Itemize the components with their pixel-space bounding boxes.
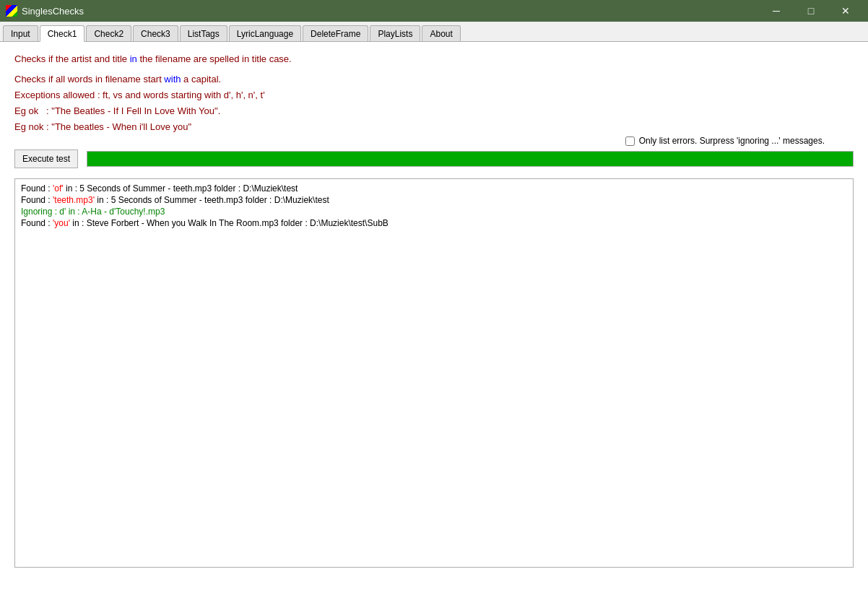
main-content: Checks if the artist and title in the fi… — [0, 42, 868, 590]
output-box[interactable]: Found : 'of' in : 5 Seconds of Summer - … — [14, 178, 854, 568]
tab-about[interactable]: About — [422, 25, 460, 41]
execute-test-button[interactable]: Execute test — [14, 149, 78, 168]
app-icon — [6, 5, 17, 17]
progress-bar-container — [87, 151, 854, 167]
desc-line1: Checks if the artist and title in the fi… — [14, 53, 854, 64]
with-span: with — [164, 74, 181, 84]
tabbar: Input Check1 Check2 Check3 ListTags Lyri… — [0, 22, 868, 42]
desc-details: Checks if all words in filename start wi… — [14, 71, 854, 135]
progress-bar-fill — [87, 152, 853, 166]
titlebar-controls: ─ □ ✕ — [760, 0, 862, 22]
tab-playlists[interactable]: PlayLists — [370, 25, 420, 41]
output-line-3: Ignoring : d' in : A-Ha - d'Touchy!.mp3 — [21, 207, 847, 217]
titlebar-title: SinglesChecks — [22, 6, 84, 17]
tab-check1[interactable]: Check1 — [40, 25, 85, 42]
tab-lyriclanguage[interactable]: LyricLanguage — [229, 25, 301, 41]
output-line-1: Found : 'of' in : 5 Seconds of Summer - … — [21, 183, 847, 194]
tab-input[interactable]: Input — [3, 25, 38, 41]
titlebar: SinglesChecks ─ □ ✕ — [0, 0, 868, 22]
desc-line3: Exceptions allowed : ft, vs and words st… — [14, 87, 854, 103]
maximize-button[interactable]: □ — [794, 0, 828, 22]
checkbox-row: Only list errors. Surpress 'ignoring ...… — [625, 136, 825, 146]
close-button[interactable]: ✕ — [829, 0, 862, 22]
execute-row: Execute test — [14, 149, 854, 168]
desc-line4: Eg ok : "The Beatles - If I Fell In Love… — [14, 103, 854, 119]
tab-check3[interactable]: Check3 — [133, 25, 178, 41]
desc-line5: Eg nok : "The beatles - When i'll Love y… — [14, 119, 854, 135]
tab-deleteframe[interactable]: DeleteFrame — [303, 25, 368, 41]
tab-listtags[interactable]: ListTags — [180, 25, 227, 41]
description-block: Checks if the artist and title in the fi… — [14, 53, 854, 135]
highlight-in: in — [130, 53, 137, 64]
output-line-4: Found : 'you' in : Steve Forbert - When … — [21, 218, 847, 228]
tab-check2[interactable]: Check2 — [86, 25, 131, 41]
only-errors-label: Only list errors. Surpress 'ignoring ...… — [639, 136, 825, 146]
titlebar-left: SinglesChecks — [6, 5, 84, 17]
output-line-2: Found : 'teeth.mp3' in : 5 Seconds of Su… — [21, 195, 847, 205]
minimize-button[interactable]: ─ — [760, 0, 793, 22]
only-errors-checkbox[interactable] — [625, 136, 635, 146]
desc-line2: Checks if all words in filename start wi… — [14, 71, 854, 87]
